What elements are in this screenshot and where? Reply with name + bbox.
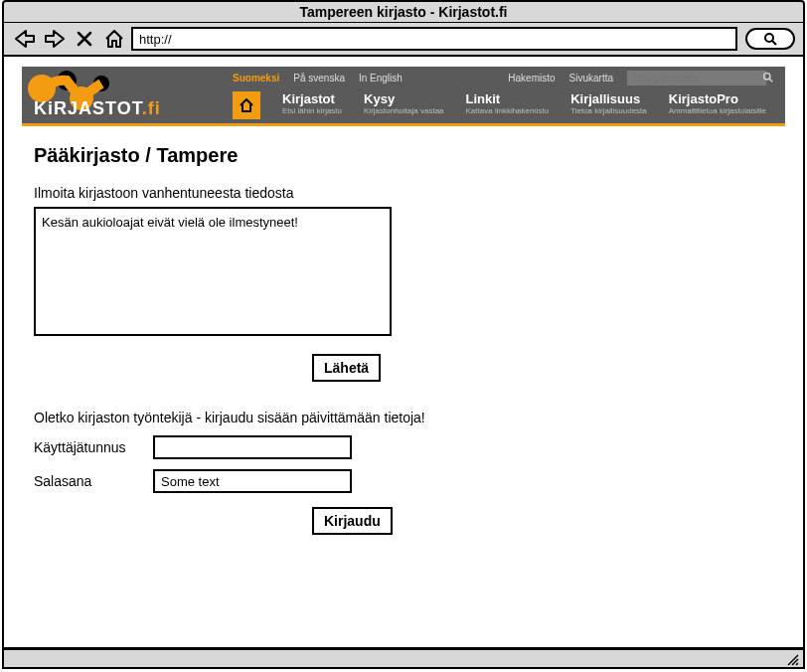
svg-point-0 — [765, 34, 773, 42]
browser-search-button[interactable] — [745, 28, 795, 50]
page-title: Pääkirjasto / Tampere — [34, 144, 773, 167]
browser-window: Tampereen kirjasto - Kirjastot.fi — [2, 0, 805, 57]
username-input[interactable] — [153, 435, 352, 459]
site-logo[interactable]: KiRJASTOT.fi — [34, 98, 233, 119]
meta-links: Hakemisto Sivukartta — [508, 71, 773, 85]
svg-line-1 — [772, 41, 776, 45]
page-content: Pääkirjasto / Tampere Ilmoita kirjastoon… — [4, 126, 803, 553]
status-bar — [2, 649, 805, 669]
forward-button[interactable] — [42, 28, 68, 50]
main-nav: KiRJASTOT.fi Kirjastot Etsi lähin kirjas… — [22, 89, 785, 123]
back-button[interactable] — [12, 28, 38, 50]
link-hakemisto[interactable]: Hakemisto — [508, 73, 555, 84]
browser-toolbar — [4, 23, 803, 55]
home-icon — [239, 98, 254, 112]
login-button[interactable]: Kirjaudu — [312, 507, 393, 535]
lang-fi[interactable]: Suomeksi — [233, 73, 279, 84]
nav-home[interactable] — [233, 91, 260, 119]
report-label: Ilmoita kirjastoon vanhentuneesta tiedos… — [34, 185, 773, 201]
password-input[interactable] — [153, 469, 352, 493]
nav-kirjastot[interactable]: Kirjastot Etsi lähin kirjasto — [282, 91, 342, 115]
home-button[interactable] — [101, 28, 127, 50]
link-sivukartta[interactable]: Sivukartta — [569, 73, 613, 84]
send-button[interactable]: Lähetä — [312, 354, 381, 382]
login-prompt: Oletko kirjaston työntekijä - kirjaudu s… — [34, 410, 773, 425]
window-title: Tampereen kirjasto - Kirjastot.fi — [4, 2, 803, 23]
nav-kirjastopro[interactable]: KirjastoPro Ammattitietoa kirjastolaisil… — [669, 91, 766, 115]
nav-items: Kirjastot Etsi lähin kirjasto Kysy Kirja… — [233, 91, 766, 119]
logo-text: KiRJASTOT.fi — [34, 98, 161, 118]
password-label: Salasana — [34, 473, 153, 489]
svg-line-3 — [769, 79, 772, 82]
nav-kysy[interactable]: Kysy Kirjastonhoitaja vastaa — [364, 91, 444, 115]
login-section: Oletko kirjaston työntekijä - kirjaudu s… — [34, 410, 773, 535]
lang-en[interactable]: In English — [359, 73, 403, 84]
page-viewport: Suomeksi På svenska In English Hakemisto… — [2, 57, 805, 649]
nav-linkit[interactable]: Linkit Kattava linkkihakemisto — [466, 91, 550, 115]
nav-kirjallisuus[interactable]: Kirjallisuus Tietoa kirjallisuudesta — [570, 91, 647, 115]
language-links: Suomeksi På svenska In English — [233, 73, 403, 84]
stop-button[interactable] — [72, 28, 97, 50]
lang-sv[interactable]: På svenska — [293, 73, 345, 84]
svg-line-10 — [796, 663, 798, 665]
username-label: Käyttäjätunnus — [34, 439, 153, 455]
report-textarea[interactable] — [34, 207, 392, 336]
site-header: Suomeksi På svenska In English Hakemisto… — [22, 67, 785, 126]
site-search-input[interactable] — [627, 71, 766, 85]
resize-grip-icon[interactable] — [785, 652, 799, 666]
url-input[interactable] — [131, 27, 737, 51]
